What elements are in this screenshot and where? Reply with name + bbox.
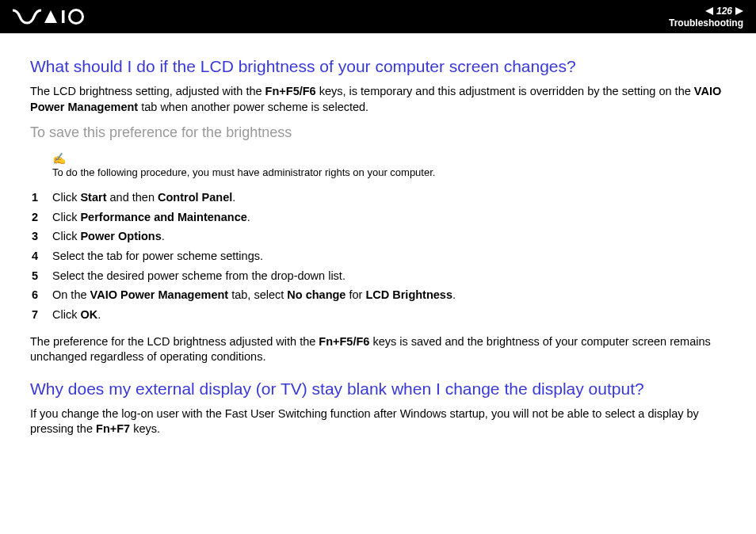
- step-item: 1 Click Start and then Control Panel.: [30, 188, 726, 208]
- section2-body: If you change the log-on user with the F…: [30, 406, 726, 437]
- text: Click: [52, 211, 80, 223]
- step-item: 5 Select the desired power scheme from t…: [30, 266, 726, 286]
- text: Click: [52, 230, 80, 242]
- text: tab when another power scheme is selecte…: [138, 101, 368, 113]
- prev-page-arrow-icon[interactable]: [705, 7, 713, 15]
- text: .: [97, 308, 101, 321]
- text-bold: LCD Brightness: [365, 288, 452, 301]
- step-text: Click OK.: [52, 305, 726, 325]
- page-number: 126: [716, 6, 732, 17]
- step-item: 6 On the VAIO Power Management tab, sele…: [30, 285, 726, 305]
- step-text: Click Start and then Control Panel.: [52, 188, 726, 208]
- step-text: Click Power Options.: [52, 227, 726, 246]
- section2-heading: Why does my external display (or TV) sta…: [30, 380, 726, 399]
- text: On the: [52, 288, 90, 301]
- section2: Why does my external display (or TV) sta…: [30, 380, 726, 437]
- text: for: [346, 288, 365, 301]
- text-bold: No change: [287, 288, 346, 301]
- text: .: [247, 211, 250, 223]
- step-number: 2: [30, 208, 52, 227]
- section-label: Troubleshooting: [669, 17, 743, 29]
- section1-heading: What should I do if the LCD brightness o…: [30, 57, 726, 76]
- steps-list: 1 Click Start and then Control Panel. 2 …: [30, 188, 726, 324]
- page-header: 126 Troubleshooting: [0, 0, 756, 33]
- text-bold: OK: [80, 308, 97, 321]
- page-content: What should I do if the LCD brightness o…: [0, 33, 756, 463]
- text: .: [452, 288, 456, 301]
- note-block: ✍ To do the following procedure, you mus…: [52, 152, 726, 178]
- next-page-arrow-icon[interactable]: [735, 7, 743, 15]
- text-bold: Start: [80, 191, 106, 204]
- text: The preference for the LCD brightness ad…: [30, 335, 319, 348]
- text: .: [232, 191, 235, 204]
- step-text: On the VAIO Power Management tab, select…: [52, 285, 726, 305]
- step-number: 1: [30, 188, 52, 208]
- note-icon: ✍: [52, 152, 726, 165]
- section1-outro: The preference for the LCD brightness ad…: [30, 334, 726, 365]
- svg-point-1: [70, 10, 83, 24]
- text-bold: VAIO Power Management: [90, 288, 229, 301]
- text: Select the desired power scheme from the…: [52, 269, 346, 282]
- text-bold: Fn+F5/F6: [265, 85, 316, 97]
- step-number: 3: [30, 227, 52, 246]
- text-bold: Control Panel: [158, 191, 232, 204]
- header-right: 126 Troubleshooting: [669, 6, 743, 29]
- step-item: 2 Click Performance and Maintenance.: [30, 208, 726, 227]
- text-bold: Power Options: [80, 230, 161, 242]
- step-text: Select the desired power scheme from the…: [52, 266, 726, 286]
- text: Select the tab for power scheme settings…: [52, 250, 263, 262]
- text-bold: Fn+F5/F6: [319, 335, 369, 348]
- step-item: 7 Click OK.: [30, 305, 726, 325]
- page-nav: 126: [669, 6, 743, 17]
- text: and then: [107, 191, 158, 204]
- step-item: 4 Select the tab for power scheme settin…: [30, 246, 726, 266]
- text-bold: Performance and Maintenance: [80, 211, 246, 223]
- text: keys, is temporary and this adjustment i…: [316, 85, 694, 97]
- text: Click: [52, 191, 80, 204]
- step-number: 5: [30, 266, 52, 286]
- text-bold: Fn+F7: [96, 422, 130, 435]
- section1-subheading: To save this preference for the brightne…: [30, 124, 726, 141]
- step-text: Select the tab for power scheme settings…: [52, 246, 726, 266]
- text: tab, select: [228, 288, 287, 301]
- step-number: 6: [30, 285, 52, 305]
- step-item: 3 Click Power Options.: [30, 227, 726, 246]
- note-text: To do the following procedure, you must …: [52, 166, 726, 178]
- step-number: 4: [30, 246, 52, 266]
- step-number: 7: [30, 305, 52, 325]
- text: Click: [52, 308, 80, 321]
- section1-intro: The LCD brightness setting, adjusted wit…: [30, 84, 726, 115]
- step-text: Click Performance and Maintenance.: [52, 208, 726, 227]
- text: keys.: [130, 422, 160, 435]
- vaio-logo: [13, 9, 89, 25]
- text: The LCD brightness setting, adjusted wit…: [30, 85, 265, 97]
- svg-rect-0: [62, 10, 65, 23]
- text: .: [162, 230, 165, 242]
